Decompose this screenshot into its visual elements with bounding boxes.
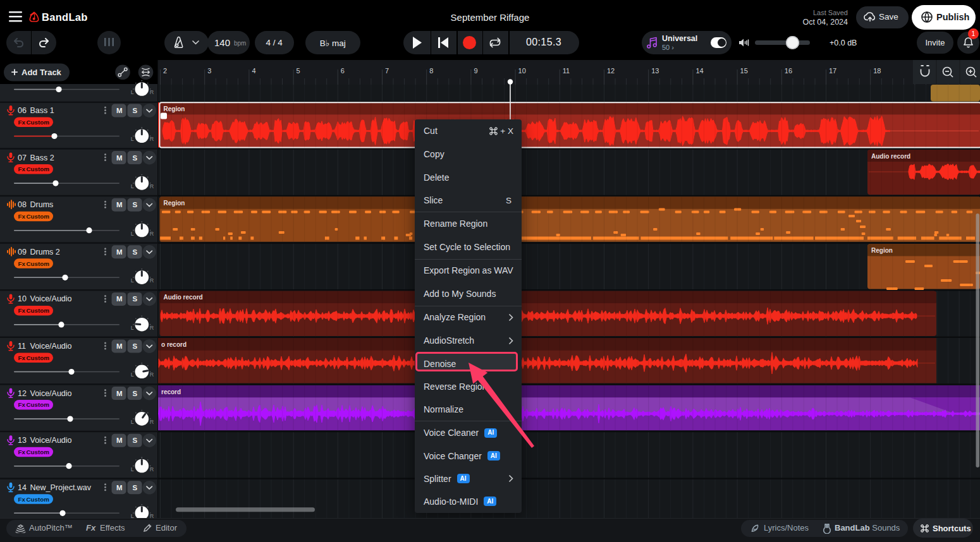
svg-text:Bass 2: Bass 2	[30, 154, 54, 162]
svg-text:6: 6	[341, 67, 345, 75]
svg-text:Voice/Audio: Voice/Audio	[30, 436, 72, 445]
svg-text:S: S	[133, 295, 138, 303]
svg-text:Fx: Fx	[18, 166, 26, 172]
svg-text:R: R	[150, 325, 154, 331]
svg-text:Fx: Fx	[18, 449, 26, 455]
svg-text:L: L	[131, 325, 134, 331]
svg-text:R: R	[150, 419, 154, 425]
svg-text:13: 13	[18, 436, 27, 445]
svg-text:M: M	[116, 484, 123, 491]
svg-text:Custom: Custom	[27, 260, 50, 267]
svg-text:2: 2	[163, 67, 167, 75]
svg-text:S: S	[133, 437, 138, 444]
svg-text:M: M	[116, 342, 123, 350]
svg-text:Voice/Audio: Voice/Audio	[30, 342, 72, 351]
svg-text:16: 16	[785, 67, 792, 75]
svg-text:Custom: Custom	[27, 307, 50, 314]
svg-text:Region: Region	[164, 200, 185, 207]
svg-text:M: M	[116, 437, 123, 444]
svg-text:Drums: Drums	[30, 200, 54, 209]
svg-text:Fx: Fx	[18, 119, 26, 126]
svg-text:Audio record: Audio record	[164, 294, 203, 301]
svg-text:R: R	[150, 89, 154, 95]
svg-text:3: 3	[207, 67, 211, 75]
svg-text:S: S	[133, 201, 138, 208]
svg-text:L: L	[131, 466, 134, 473]
svg-text:L: L	[131, 513, 134, 518]
svg-text:M: M	[116, 248, 123, 256]
svg-text:record: record	[161, 388, 181, 395]
svg-text:12: 12	[18, 389, 27, 398]
svg-text:S: S	[133, 248, 138, 256]
svg-text:17: 17	[829, 67, 836, 75]
svg-text:Fx: Fx	[18, 260, 26, 267]
svg-text:L: L	[131, 419, 134, 425]
svg-text:R: R	[150, 231, 154, 237]
svg-text:18: 18	[873, 67, 881, 75]
svg-text:R: R	[150, 371, 154, 378]
svg-text:R: R	[150, 136, 154, 142]
svg-text:07: 07	[18, 154, 27, 162]
svg-text:Fx: Fx	[18, 401, 26, 408]
svg-text:11: 11	[18, 342, 26, 351]
svg-text:S: S	[133, 107, 138, 114]
svg-text:Fx: Fx	[18, 496, 26, 503]
svg-text:R: R	[150, 183, 154, 190]
svg-text:08: 08	[18, 200, 27, 209]
svg-text:L: L	[131, 277, 134, 284]
svg-text:S: S	[133, 342, 138, 350]
svg-text:M: M	[116, 295, 123, 303]
svg-text:M: M	[116, 201, 123, 208]
svg-text:13: 13	[651, 67, 659, 75]
svg-text:Bass 1: Bass 1	[30, 106, 54, 115]
svg-text:11: 11	[563, 67, 570, 75]
svg-text:15: 15	[740, 67, 748, 75]
svg-text:Voice/Audio: Voice/Audio	[30, 294, 72, 303]
svg-text:L: L	[131, 231, 134, 237]
svg-text:4: 4	[252, 67, 255, 75]
svg-text:S: S	[133, 484, 138, 491]
svg-text:L: L	[131, 136, 134, 142]
svg-text:Custom: Custom	[27, 401, 50, 408]
svg-text:Drums 2: Drums 2	[30, 248, 60, 256]
svg-text:L: L	[131, 89, 134, 95]
svg-text:10: 10	[18, 294, 27, 303]
svg-text:Fx: Fx	[18, 307, 26, 314]
svg-text:10: 10	[518, 67, 526, 75]
svg-text:Custom: Custom	[27, 354, 50, 361]
svg-text:Fx: Fx	[18, 354, 26, 361]
svg-text:5: 5	[297, 67, 300, 75]
svg-text:R: R	[150, 277, 154, 284]
svg-text:06: 06	[18, 106, 27, 115]
svg-text:7: 7	[385, 67, 389, 75]
svg-text:M: M	[116, 154, 123, 162]
svg-text:9: 9	[474, 67, 477, 75]
svg-text:M: M	[116, 107, 123, 114]
svg-text:L: L	[131, 183, 134, 190]
svg-text:Region: Region	[164, 105, 185, 112]
svg-text:14: 14	[695, 67, 703, 75]
svg-text:8: 8	[429, 67, 433, 75]
svg-text:New_Project.wav: New_Project.wav	[30, 483, 92, 492]
svg-text:Custom: Custom	[27, 213, 50, 220]
svg-text:Voice/Audio: Voice/Audio	[30, 389, 72, 398]
svg-text:Custom: Custom	[27, 119, 50, 126]
svg-text:M: M	[116, 390, 123, 397]
svg-text:Region: Region	[871, 247, 893, 254]
svg-text:14: 14	[18, 483, 27, 492]
svg-text:09: 09	[18, 248, 27, 256]
svg-text:Custom: Custom	[27, 496, 50, 503]
svg-text:S: S	[133, 390, 138, 397]
svg-text:S: S	[133, 154, 138, 162]
svg-text:L: L	[131, 371, 134, 378]
svg-text:12: 12	[607, 67, 615, 75]
svg-text:Custom: Custom	[27, 449, 50, 455]
svg-text:R: R	[150, 513, 154, 518]
svg-text:Custom: Custom	[27, 166, 50, 172]
svg-text:Audio record: Audio record	[871, 153, 910, 160]
svg-text:R: R	[150, 466, 154, 473]
svg-text:Fx: Fx	[18, 213, 26, 220]
svg-text:Add Track: Add Track	[21, 68, 62, 77]
